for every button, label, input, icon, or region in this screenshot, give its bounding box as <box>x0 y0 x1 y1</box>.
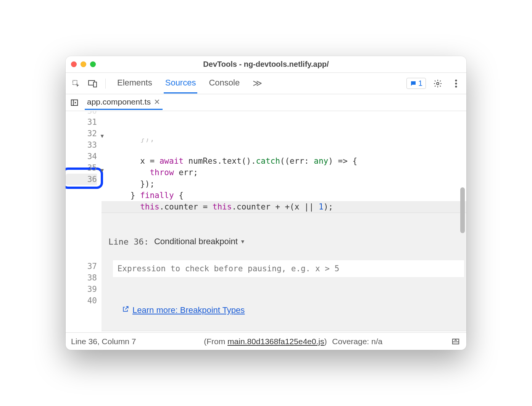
file-tab-name: app.component.ts <box>87 97 151 106</box>
navigator-toggle-icon[interactable] <box>69 98 79 108</box>
line-number[interactable]: 39 <box>66 284 97 295</box>
line-number[interactable]: 38 <box>66 272 97 284</box>
more-menu-icon[interactable] <box>450 77 463 90</box>
code-area[interactable]: }); x = await numRes.text().catch((err: … <box>102 111 466 332</box>
code-editor[interactable]: 3031323334353637383940 }); x = await num… <box>66 111 466 332</box>
svg-rect-2 <box>94 82 97 87</box>
coverage-info: Coverage: n/a <box>332 337 382 346</box>
svg-point-4 <box>455 79 457 81</box>
status-bar: Line 36, Column 7 (From main.80d1368fa12… <box>66 332 466 350</box>
svg-point-6 <box>455 85 457 87</box>
breakpoint-type-dropdown[interactable]: Conditional breakpoint ▼ <box>154 237 245 246</box>
line-number[interactable]: 35 <box>66 162 97 174</box>
svg-rect-7 <box>71 100 78 105</box>
inspect-element-icon[interactable] <box>69 77 82 90</box>
breakpoint-editor-panel: Line 36: Conditional breakpoint ▼ Learn … <box>102 213 466 331</box>
device-toolbar-icon[interactable] <box>86 77 99 90</box>
code-line[interactable]: x = await numRes.text().catch((err: any)… <box>102 155 466 167</box>
line-number[interactable]: 32 <box>66 128 97 139</box>
breakpoint-condition-input[interactable] <box>113 260 464 277</box>
code-line[interactable]: // console.trace('incremented'); <box>102 331 466 332</box>
tab-sources[interactable]: Sources <box>164 73 198 93</box>
line-number[interactable]: 36 <box>66 174 97 185</box>
svg-point-3 <box>437 82 439 85</box>
file-tabs-bar: app.component.ts ✕ <box>66 94 466 111</box>
devtools-window: DevTools - ng-devtools.netlify.app/ Elem… <box>66 56 466 350</box>
line-number[interactable]: 40 <box>66 295 97 306</box>
messages-badge[interactable]: 1 <box>406 78 426 89</box>
maximize-window-button[interactable] <box>90 61 96 67</box>
code-line[interactable]: } finally { <box>102 190 466 201</box>
toolbar-divider <box>105 79 106 89</box>
code-line[interactable]: }); <box>102 178 466 190</box>
close-tab-icon[interactable]: ✕ <box>154 97 160 106</box>
code-line[interactable]: throw err; <box>102 167 466 178</box>
code-line[interactable]: this.counter = this.counter + +(x || 1); <box>102 201 466 213</box>
titlebar: DevTools - ng-devtools.netlify.app/ <box>66 56 466 73</box>
scrollbar-thumb[interactable] <box>460 187 465 233</box>
settings-icon[interactable] <box>431 77 444 90</box>
code-line[interactable]: }); <box>102 139 466 144</box>
external-link-icon <box>108 296 129 324</box>
line-number[interactable]: 33 <box>66 139 97 151</box>
code-line[interactable] <box>102 144 466 155</box>
source-map-info: (From main.80d1368fa125e4e0.js) Coverage… <box>136 337 450 346</box>
minimize-window-button[interactable] <box>81 61 86 67</box>
drawer-toggle-icon[interactable] <box>450 336 461 347</box>
more-tabs-button[interactable]: ≫ <box>251 73 264 93</box>
close-window-button[interactable] <box>71 61 77 67</box>
learn-more-link[interactable]: Learn more: Breakpoint Types <box>132 305 245 315</box>
toolbar-right: 1 <box>406 77 463 90</box>
svg-point-5 <box>455 82 457 84</box>
tab-elements[interactable]: Elements <box>116 73 154 93</box>
messages-count: 1 <box>418 79 422 88</box>
breakpoint-line-label: Line 36: <box>108 237 149 246</box>
line-number[interactable]: 30 <box>66 111 97 116</box>
file-tab-active[interactable]: app.component.ts ✕ <box>85 95 163 110</box>
line-number[interactable]: 37 <box>66 261 97 272</box>
line-gutter[interactable]: 3031323334353637383940 <box>66 111 102 332</box>
cursor-position: Line 36, Column 7 <box>71 337 136 346</box>
line-number[interactable]: 34 <box>66 151 97 162</box>
line-number[interactable]: 31 <box>66 116 97 128</box>
traffic-lights <box>71 61 96 67</box>
panel-tabs: Elements Sources Console ≫ <box>112 73 403 93</box>
main-toolbar: Elements Sources Console ≫ 1 <box>66 73 466 94</box>
source-map-link[interactable]: main.80d1368fa125e4e0.js <box>227 337 324 346</box>
window-title: DevTools - ng-devtools.netlify.app/ <box>66 60 466 69</box>
tab-console[interactable]: Console <box>207 73 241 93</box>
